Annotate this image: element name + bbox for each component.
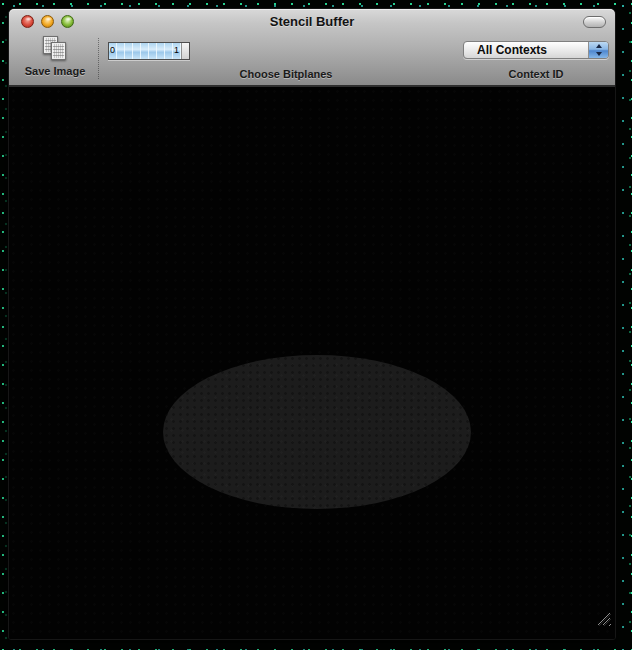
window-controls xyxy=(21,15,74,28)
bitplane-cell-4[interactable] xyxy=(141,43,149,59)
minimize-button[interactable] xyxy=(41,15,54,28)
bitplane-cell-6[interactable] xyxy=(157,43,165,59)
bitplane-cell-0[interactable]: 0 xyxy=(109,43,117,59)
window-title: Stencil Buffer xyxy=(89,9,535,35)
desktop: { "window": { "title": "Stencil Buffer" … xyxy=(0,0,632,650)
bitplane-cell-5[interactable] xyxy=(149,43,157,59)
resize-grip-icon xyxy=(595,610,612,627)
save-image-icon xyxy=(40,36,70,63)
toolbar: Save Image 0 1 Choose Bitplanes All Cont… xyxy=(9,35,615,83)
context-id-label: Context ID xyxy=(463,68,609,80)
context-id-popup[interactable]: All Contexts xyxy=(463,41,609,59)
bitplane-cell-1[interactable] xyxy=(117,43,125,59)
down-arrow-icon xyxy=(596,52,602,56)
close-button[interactable] xyxy=(21,15,34,28)
popup-stepper-icon xyxy=(588,42,608,58)
stencil-buffer-window: Stencil Buffer Save Image 0 xyxy=(8,8,616,640)
stencil-ellipse xyxy=(163,355,471,509)
toolbar-toggle-button[interactable] xyxy=(583,16,606,28)
up-arrow-icon xyxy=(596,44,602,48)
context-id-popup-value: All Contexts xyxy=(464,42,588,58)
bitplane-cell-7[interactable] xyxy=(165,43,173,59)
zoom-button[interactable] xyxy=(61,15,74,28)
bitplane-cell-3[interactable] xyxy=(133,43,141,59)
bitplane-cell-2[interactable] xyxy=(125,43,133,59)
bitplane-cell-9[interactable] xyxy=(181,43,189,59)
stencil-buffer-view xyxy=(9,87,615,639)
resize-grip[interactable] xyxy=(595,610,612,627)
bitplane-matrix: 0 1 xyxy=(108,42,190,60)
image-tile-front-icon xyxy=(51,42,66,60)
titlebar[interactable]: Stencil Buffer xyxy=(9,9,615,35)
bitplane-cell-8[interactable]: 1 xyxy=(173,43,181,59)
window-header: Stencil Buffer Save Image 0 xyxy=(9,9,615,87)
